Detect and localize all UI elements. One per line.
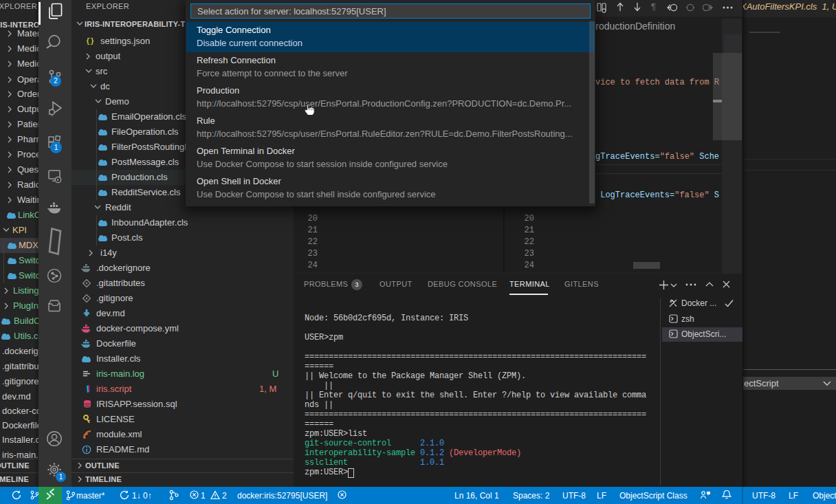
svg-text:{}: {} <box>86 38 94 45</box>
